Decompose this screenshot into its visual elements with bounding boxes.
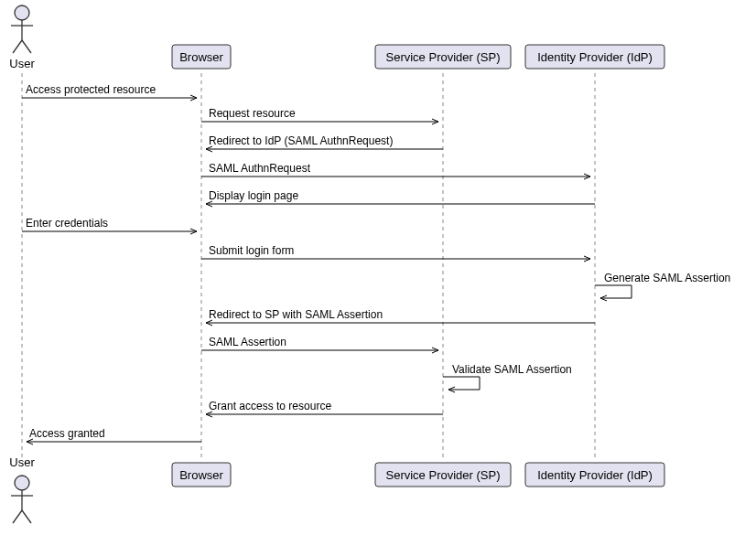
browser-label-bottom: Browser xyxy=(179,468,223,482)
svg-point-8 xyxy=(15,476,29,490)
sp-box-top: Service Provider (SP) xyxy=(375,45,511,69)
msg-arrow-10 xyxy=(443,377,480,390)
user-actor-top: User xyxy=(9,5,35,70)
msg-label-5: Enter credentials xyxy=(26,217,108,230)
sp-box-bottom: Service Provider (SP) xyxy=(375,463,511,487)
svg-line-4 xyxy=(22,40,31,53)
user-label-top: User xyxy=(9,57,35,70)
msg-label-4: Display login page xyxy=(209,189,298,202)
svg-line-12 xyxy=(22,510,31,523)
idp-label-top: Identity Provider (IdP) xyxy=(537,50,653,64)
browser-label-top: Browser xyxy=(179,50,223,64)
msg-label-7: Generate SAML Assertion xyxy=(604,272,730,284)
browser-box-bottom: Browser xyxy=(172,463,231,487)
msg-label-11: Grant access to resource xyxy=(209,400,331,412)
msg-arrow-7 xyxy=(595,285,632,298)
msg-label-12: Access granted xyxy=(29,427,105,440)
browser-box-top: Browser xyxy=(172,45,231,69)
msg-label-6: Submit login form xyxy=(209,244,294,257)
sp-label-top: Service Provider (SP) xyxy=(386,50,501,64)
user-actor-bottom: User xyxy=(9,455,35,523)
svg-line-11 xyxy=(13,510,22,523)
msg-label-9: SAML Assertion xyxy=(209,336,286,348)
msg-label-0: Access protected resource xyxy=(26,83,156,96)
msg-label-10: Validate SAML Assertion xyxy=(452,363,572,376)
user-label-bottom: User xyxy=(9,455,35,469)
sp-label-bottom: Service Provider (SP) xyxy=(386,468,501,482)
svg-line-3 xyxy=(13,40,22,53)
idp-box-bottom: Identity Provider (IdP) xyxy=(525,463,664,487)
msg-label-3: SAML AuthnRequest xyxy=(209,162,311,175)
msg-label-2: Redirect to IdP (SAML AuthnRequest) xyxy=(209,134,393,147)
idp-label-bottom: Identity Provider (IdP) xyxy=(537,468,653,482)
msg-label-8: Redirect to SP with SAML Assertion xyxy=(209,308,383,321)
sequence-diagram: User Browser Service Provider (SP) Ident… xyxy=(0,0,756,535)
svg-point-0 xyxy=(15,5,29,20)
msg-label-1: Request resource xyxy=(209,107,296,120)
idp-box-top: Identity Provider (IdP) xyxy=(525,45,664,69)
